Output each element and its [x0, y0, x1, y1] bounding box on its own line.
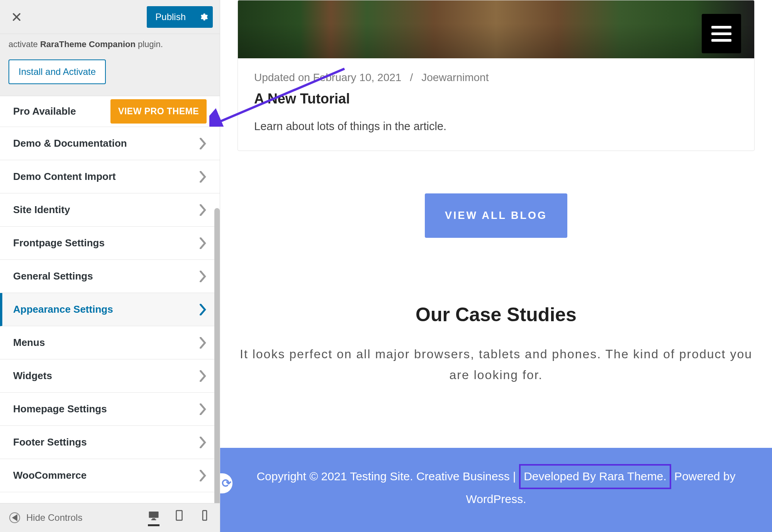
site-preview: Updated on February 10, 2021 / Joewarnim… — [220, 0, 772, 532]
chevron-right-icon — [199, 237, 207, 249]
chevron-right-icon — [199, 204, 207, 216]
blog-author[interactable]: Joewarnimont — [421, 71, 489, 84]
panel-label: Homepage Settings — [13, 403, 107, 415]
panel-label: Appearance Settings — [13, 303, 113, 315]
desktop-icon — [148, 510, 159, 521]
hamburger-icon — [711, 32, 731, 35]
close-button[interactable] — [7, 7, 26, 27]
customizer-panel-list: Pro Available VIEW PRO THEME Demo & Docu… — [0, 96, 220, 503]
blog-meta: Updated on February 10, 2021 / Joewarnim… — [254, 71, 738, 84]
chevron-right-icon — [199, 138, 207, 149]
device-mobile-button[interactable] — [199, 510, 210, 526]
plugin-notice-text: activate RaraTheme Companion plugin. — [8, 39, 211, 49]
panel-label: Demo Content Import — [13, 171, 116, 183]
svg-rect-1 — [152, 518, 155, 519]
triangle-left-icon — [12, 514, 17, 521]
panel-label: Footer Settings — [13, 436, 87, 448]
publish-group: Publish — [147, 6, 213, 28]
meta-separator: / — [410, 71, 413, 84]
blog-title[interactable]: A New Tutorial — [254, 91, 738, 107]
blog-card: Updated on February 10, 2021 / Joewarnim… — [238, 0, 755, 151]
view-pro-theme-button[interactable]: VIEW PRO THEME — [110, 99, 207, 124]
svg-rect-3 — [176, 510, 182, 520]
panel-menus[interactable]: Menus — [0, 326, 220, 359]
view-all-blog-button[interactable]: VIEW ALL BLOG — [425, 193, 567, 238]
close-icon — [11, 12, 22, 22]
blog-updated-date: Updated on February 10, 2021 — [254, 71, 401, 84]
svg-rect-4 — [203, 510, 207, 520]
footer-badge-icon[interactable]: ⟳ — [220, 473, 232, 493]
panel-demo-documentation[interactable]: Demo & Documentation — [0, 127, 220, 160]
pro-available-row: Pro Available VIEW PRO THEME — [0, 96, 220, 127]
plugin-notice-prefix: activate — [8, 39, 40, 49]
chevron-right-icon — [199, 437, 207, 448]
chevron-right-icon — [199, 271, 207, 282]
customizer-footer: Hide Controls — [0, 503, 220, 532]
install-activate-button[interactable]: Install and Activate — [8, 59, 106, 84]
site-footer: ⟳ Copyright © 2021 Testing Site. Creativ… — [220, 448, 772, 532]
svg-rect-2 — [151, 519, 156, 520]
publish-button[interactable]: Publish — [147, 6, 194, 28]
blog-card-image — [238, 0, 754, 58]
customizer-sidebar: Publish activate RaraTheme Companion plu… — [0, 0, 220, 532]
panel-label: Site Identity — [13, 204, 70, 216]
plugin-notice-suffix: plugin. — [136, 39, 163, 49]
panel-demo-content-import[interactable]: Demo Content Import — [0, 160, 220, 193]
device-tablet-button[interactable] — [173, 510, 185, 526]
panel-label: Demo & Documentation — [13, 137, 127, 149]
hide-controls-button[interactable]: Hide Controls — [9, 512, 82, 523]
mobile-icon — [199, 510, 210, 521]
sidebar-scrollbar[interactable] — [214, 208, 220, 503]
plugin-name: RaraTheme Companion — [40, 39, 136, 49]
pro-available-label: Pro Available — [13, 105, 76, 117]
panel-widgets[interactable]: Widgets — [0, 359, 220, 393]
panel-woocommerce[interactable]: WooCommerce — [0, 459, 220, 492]
footer-copyright: Copyright © 2021 Testing Site. Creative … — [256, 470, 519, 483]
panel-label: Frontpage Settings — [13, 237, 105, 249]
panel-label: Menus — [13, 337, 45, 349]
plugin-notice: activate RaraTheme Companion plugin. Ins… — [0, 34, 220, 96]
chevron-right-icon — [199, 370, 207, 382]
tablet-icon — [173, 510, 185, 521]
panel-footer-settings[interactable]: Footer Settings — [0, 426, 220, 459]
case-studies-title: Our Case Studies — [238, 303, 755, 326]
hide-controls-label: Hide Controls — [26, 512, 82, 523]
case-studies-subtitle: It looks perfect on all major browsers, … — [238, 344, 755, 386]
panel-general-settings[interactable]: General Settings — [0, 260, 220, 293]
panel-label: General Settings — [13, 270, 93, 282]
panel-homepage-settings[interactable]: Homepage Settings — [0, 393, 220, 426]
blog-excerpt: Learn about lots of things in the articl… — [254, 120, 738, 133]
chevron-right-icon — [199, 171, 207, 183]
gear-icon — [199, 12, 208, 22]
svg-rect-0 — [149, 512, 159, 518]
panel-frontpage-settings[interactable]: Frontpage Settings — [0, 227, 220, 260]
chevron-right-icon — [199, 304, 207, 315]
chevron-right-icon — [199, 470, 207, 481]
device-preview-group — [148, 510, 210, 526]
menu-toggle-button[interactable] — [702, 14, 741, 53]
customizer-header: Publish — [0, 0, 220, 34]
panel-appearance-settings[interactable]: Appearance Settings — [0, 293, 220, 326]
panel-label: Widgets — [13, 370, 52, 382]
case-studies-section: Our Case Studies It looks perfect on all… — [238, 303, 755, 386]
chevron-right-icon — [199, 337, 207, 349]
footer-developer-credit[interactable]: Developed By Rara Theme. — [519, 464, 671, 489]
panel-site-identity[interactable]: Site Identity — [0, 193, 220, 227]
panel-label: WooCommerce — [13, 469, 87, 481]
publish-settings-button[interactable] — [194, 6, 213, 28]
device-desktop-button[interactable] — [148, 510, 159, 526]
chevron-right-icon — [199, 403, 207, 415]
